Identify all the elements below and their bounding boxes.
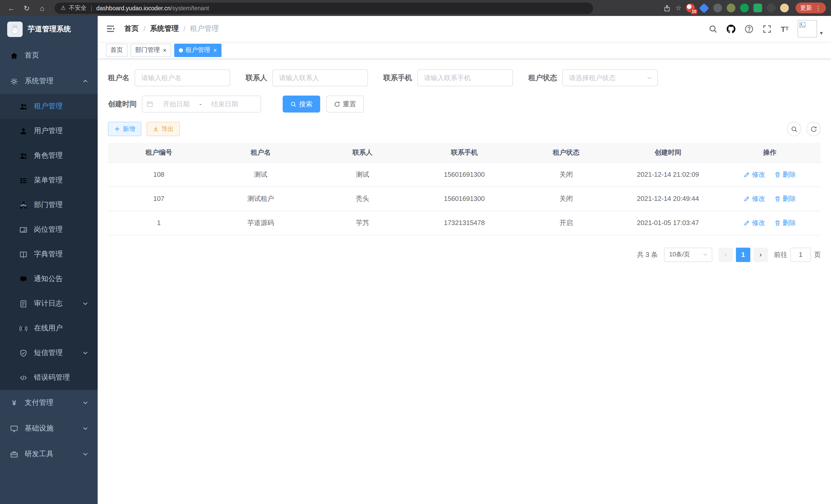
tab-label: 首页 (111, 46, 123, 55)
contact-cell: 测试 (312, 162, 413, 186)
toggle-search-button[interactable] (787, 122, 801, 136)
extension-icon-6[interactable] (753, 4, 762, 12)
extension-icon-7[interactable] (767, 4, 775, 12)
delete-button[interactable]: 删除 (774, 194, 796, 203)
sidebar-item-payment[interactable]: ¥ 支付管理 (0, 390, 98, 416)
add-button[interactable]: 新增 (108, 122, 141, 136)
prev-page-button[interactable]: ‹ (718, 247, 733, 262)
sidebar-item-notice[interactable]: 通知公告 (0, 267, 98, 291)
edit-button[interactable]: 修改 (744, 170, 765, 179)
browser-back-icon[interactable]: ← (5, 2, 18, 14)
sidebar-item-error-code[interactable]: 错误码管理 (0, 365, 98, 390)
close-icon[interactable]: × (213, 47, 217, 53)
delete-button[interactable]: 删除 (774, 218, 796, 227)
sidebar-item-label: 首页 (25, 51, 39, 60)
chevron-down-icon (82, 451, 88, 457)
update-button-label: 更新 (800, 4, 812, 12)
status-cell: 开启 (515, 211, 617, 235)
audit-log-icon (20, 300, 27, 307)
tab-tenant[interactable]: 租户管理 × (174, 43, 222, 57)
extension-icon-3[interactable] (713, 4, 722, 12)
goto-page-input[interactable] (791, 247, 811, 262)
font-size-icon[interactable]: TT (781, 25, 789, 33)
logo-avatar (7, 22, 23, 37)
bookmark-star-icon[interactable]: ☆ (676, 4, 682, 12)
chevron-down-icon (82, 301, 88, 307)
start-date-input[interactable] (155, 100, 197, 108)
help-question-icon[interactable] (745, 24, 753, 33)
next-page-button[interactable]: › (753, 247, 768, 262)
sidebar-item-dict[interactable]: 字典管理 (0, 242, 98, 267)
goto-label: 前往 (774, 250, 787, 259)
page-number-1[interactable]: 1 (736, 247, 750, 262)
browser-address-bar[interactable]: ⚠ 不安全 | dashboard.yudao.iocoder.cn/syste… (55, 2, 593, 13)
sidebar-item-user[interactable]: 用户管理 (0, 119, 98, 143)
dict-book-icon (20, 250, 27, 258)
contact-input[interactable] (273, 69, 368, 86)
sidebar-item-role[interactable]: 角色管理 (0, 143, 98, 168)
search-icon[interactable] (709, 24, 717, 33)
user-icon (20, 127, 27, 135)
breadcrumb-home[interactable]: 首页 (124, 24, 139, 33)
user-avatar[interactable] (798, 20, 818, 37)
browser-menu-icon[interactable]: ⋮ (815, 4, 821, 11)
sidebar-item-menu[interactable]: 菜单管理 (0, 168, 98, 192)
extension-icon-1[interactable]: 10 (686, 4, 695, 12)
refresh-table-button[interactable] (806, 122, 821, 136)
page-size-select[interactable]: 10条/页 (664, 247, 712, 262)
sidebar-item-home[interactable]: 首页 (0, 42, 98, 68)
sidebar-item-system[interactable]: 系统管理 (0, 68, 98, 94)
browser-update-button[interactable]: 更新 ⋮ (796, 3, 826, 13)
sidebar-item-audit-log[interactable]: 审计日志 (0, 291, 98, 316)
actions-cell: 修改 删除 (719, 162, 821, 186)
share-icon[interactable] (664, 4, 671, 11)
end-date-input[interactable] (204, 100, 246, 108)
tenant-name-input[interactable] (135, 69, 230, 86)
browser-refresh-icon[interactable]: ↻ (21, 2, 33, 14)
status-select-placeholder: 请选择租户状态 (569, 73, 616, 83)
reset-button[interactable]: 重置 (326, 95, 364, 113)
sidebar-item-infrastructure[interactable]: 基础设施 (0, 416, 98, 441)
sidebar-item-label: 菜单管理 (34, 176, 63, 185)
sidebar-item-dept[interactable]: 部门管理 (0, 192, 98, 217)
sidebar-item-label: 租户管理 (34, 102, 63, 111)
phone-input[interactable] (417, 69, 513, 86)
tab-home[interactable]: 首页 (106, 43, 127, 57)
extension-icon-5[interactable] (740, 4, 749, 12)
breadcrumb-system[interactable]: 系统管理 (150, 24, 179, 33)
sidebar-item-tenant[interactable]: 租户管理 (0, 94, 98, 119)
tenant-name-cell: 测试租户 (210, 186, 311, 211)
sidebar-item-devtools[interactable]: 研发工具 (0, 441, 98, 467)
edit-button[interactable]: 修改 (744, 194, 765, 203)
tenant-table: 租户编号 租户名 联系人 联系手机 租户状态 创建时间 操作 108 测试 (108, 143, 821, 235)
header-tenant-id: 租户编号 (108, 143, 210, 162)
status-select[interactable]: 请选择租户状态 (562, 69, 658, 86)
delete-button[interactable]: 删除 (774, 170, 796, 179)
url-separator: | (91, 5, 92, 11)
tab-dept[interactable]: 部门管理 × (131, 43, 171, 57)
edit-button[interactable]: 修改 (744, 218, 765, 227)
fullscreen-icon[interactable] (763, 24, 771, 33)
right-toolbar (787, 122, 821, 136)
table-row: 107 测试租户 秃头 15601691300 关闭 2021-12-14 20… (108, 186, 821, 211)
sidebar-item-post[interactable]: 岗位管理 (0, 217, 98, 242)
date-range-picker[interactable]: - (142, 95, 261, 113)
search-button[interactable]: 搜索 (283, 95, 320, 113)
sidebar-item-online-users[interactable]: 在线用户 (0, 316, 98, 340)
github-icon[interactable] (727, 24, 736, 33)
browser-home-icon[interactable]: ⌂ (36, 2, 48, 14)
sidebar-item-label: 系统管理 (25, 77, 53, 86)
extension-icon-4[interactable] (727, 4, 736, 12)
user-menu[interactable]: ▾ (798, 20, 823, 37)
header-contact: 联系人 (312, 143, 413, 162)
sidebar-logo[interactable]: 芋道管理系统 (0, 16, 98, 42)
close-icon[interactable]: × (163, 47, 167, 53)
sidebar-item-label: 审计日志 (34, 299, 63, 308)
export-button[interactable]: 导出 (146, 122, 180, 136)
goto-page: 前往 页 (774, 247, 821, 262)
sidebar-toggle-icon[interactable] (106, 24, 116, 34)
sidebar-item-sms[interactable]: 短信管理 (0, 340, 98, 365)
extension-icon-8[interactable] (780, 4, 789, 12)
extension-icon-2[interactable] (699, 3, 709, 13)
filter-phone: 联系手机 (383, 69, 513, 86)
